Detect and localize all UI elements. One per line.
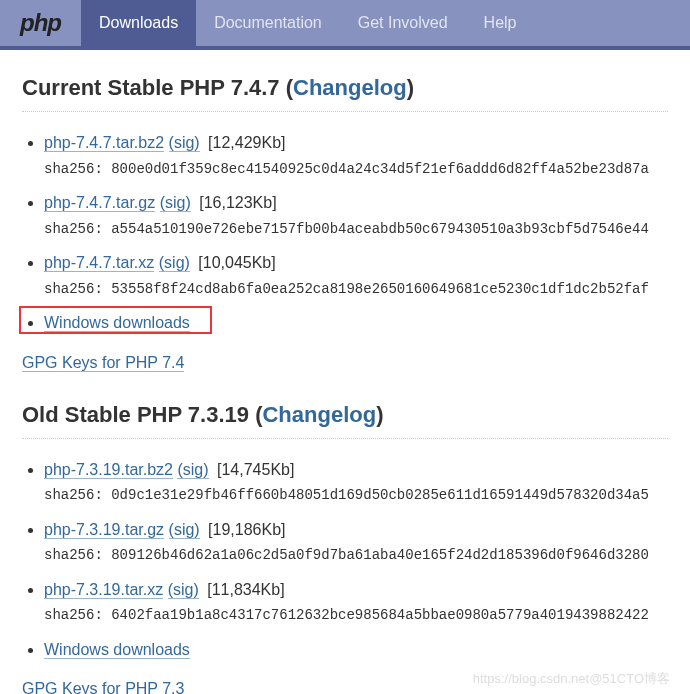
sig-link[interactable]: (sig)	[159, 254, 190, 272]
sha256: sha256: 6402faa19b1a8c4317c7612632bce985…	[44, 604, 668, 626]
download-item: php-7.3.19.tar.bz2 (sig) [14,745Kb] sha2…	[44, 457, 668, 507]
sha256: sha256: 53558f8f24cd8ab6fa0ea252ca8198e2…	[44, 278, 668, 300]
download-item: php-7.4.7.tar.xz (sig) [10,045Kb] sha256…	[44, 250, 668, 300]
logo[interactable]: php	[0, 9, 81, 37]
windows-downloads-item: Windows downloads	[44, 310, 668, 336]
section-title: Current Stable PHP 7.4.7 (Changelog)	[22, 75, 668, 112]
file-link[interactable]: php-7.3.19.tar.bz2	[44, 461, 173, 479]
gpg-keys-link[interactable]: GPG Keys for PHP 7.4	[22, 354, 184, 372]
downloads-list: php-7.4.7.tar.bz2 (sig) [12,429Kb] sha25…	[22, 130, 668, 336]
sha256: sha256: 809126b46d62a1a06c2d5a0f9d7ba61a…	[44, 544, 668, 566]
changelog-link[interactable]: Changelog	[293, 75, 407, 100]
gpg-keys-link[interactable]: GPG Keys for PHP 7.3	[22, 680, 184, 694]
sha256: sha256: 0d9c1e31e29fb46ff660b48051d169d5…	[44, 484, 668, 506]
nav-get-involved[interactable]: Get Involved	[340, 0, 466, 46]
sig-link[interactable]: (sig)	[169, 521, 200, 539]
nav-downloads[interactable]: Downloads	[81, 0, 196, 46]
nav-help[interactable]: Help	[466, 0, 535, 46]
content: Current Stable PHP 7.4.7 (Changelog) php…	[0, 50, 690, 694]
file-size: [14,745Kb]	[217, 461, 294, 478]
file-size: [16,123Kb]	[199, 194, 276, 211]
sha256: sha256: a554a510190e726ebe7157fb00b4acea…	[44, 218, 668, 240]
title-suffix: )	[407, 75, 414, 100]
title-suffix: )	[376, 402, 383, 427]
section-current-stable: Current Stable PHP 7.4.7 (Changelog) php…	[22, 75, 668, 372]
nav-documentation[interactable]: Documentation	[196, 0, 340, 46]
title-text: Old Stable PHP 7.3.19 (	[22, 402, 262, 427]
file-link[interactable]: php-7.4.7.tar.bz2	[44, 134, 164, 152]
section-old-stable: Old Stable PHP 7.3.19 (Changelog) php-7.…	[22, 402, 668, 694]
windows-downloads-item: Windows downloads	[44, 637, 668, 663]
windows-downloads-link[interactable]: Windows downloads	[44, 641, 190, 659]
sig-link[interactable]: (sig)	[168, 581, 199, 599]
file-link[interactable]: php-7.3.19.tar.xz	[44, 581, 163, 599]
downloads-list: php-7.3.19.tar.bz2 (sig) [14,745Kb] sha2…	[22, 457, 668, 663]
file-link[interactable]: php-7.3.19.tar.gz	[44, 521, 164, 539]
file-size: [12,429Kb]	[208, 134, 285, 151]
download-item: php-7.3.19.tar.xz (sig) [11,834Kb] sha25…	[44, 577, 668, 627]
title-text: Current Stable PHP 7.4.7 (	[22, 75, 293, 100]
file-link[interactable]: php-7.4.7.tar.gz	[44, 194, 155, 212]
changelog-link[interactable]: Changelog	[262, 402, 376, 427]
download-item: php-7.3.19.tar.gz (sig) [19,186Kb] sha25…	[44, 517, 668, 567]
windows-downloads-link[interactable]: Windows downloads	[44, 314, 190, 332]
sha256: sha256: 800e0d01f359c8ec41540925c0d4a24c…	[44, 158, 668, 180]
sig-link[interactable]: (sig)	[177, 461, 208, 479]
section-title: Old Stable PHP 7.3.19 (Changelog)	[22, 402, 668, 439]
file-size: [19,186Kb]	[208, 521, 285, 538]
sig-link[interactable]: (sig)	[160, 194, 191, 212]
download-item: php-7.4.7.tar.gz (sig) [16,123Kb] sha256…	[44, 190, 668, 240]
file-link[interactable]: php-7.4.7.tar.xz	[44, 254, 154, 272]
file-size: [10,045Kb]	[198, 254, 275, 271]
watermark: https://blog.csdn.net@51CTO博客	[473, 670, 670, 688]
sig-link[interactable]: (sig)	[169, 134, 200, 152]
download-item: php-7.4.7.tar.bz2 (sig) [12,429Kb] sha25…	[44, 130, 668, 180]
navbar: php Downloads Documentation Get Involved…	[0, 0, 690, 50]
file-size: [11,834Kb]	[207, 581, 284, 598]
